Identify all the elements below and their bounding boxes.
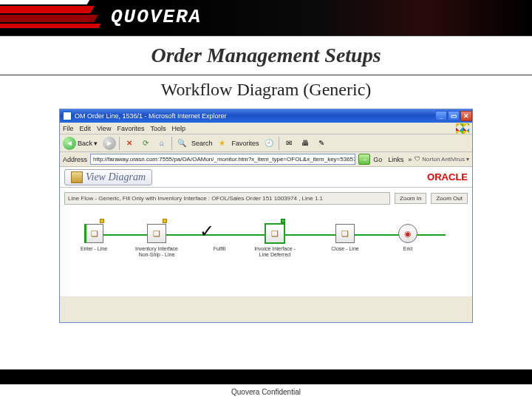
ie-menubar: File Edit View Favorites Tools Help [60, 123, 472, 134]
address-label: Address [63, 156, 87, 163]
back-icon: ◄ [63, 137, 76, 150]
norton-antivirus[interactable]: 🛡 Norton AntiVirus ▾ [415, 156, 469, 163]
oracle-logo: ORACLE [427, 171, 468, 183]
menu-edit[interactable]: Edit [80, 125, 92, 132]
refresh-button[interactable]: ⟳ [139, 137, 152, 150]
ie-toolbar: ◄ Back ▾ ► ✕ ⟳ ⌂ 🔍 Search ★ Favorites 🕘 … [60, 134, 472, 152]
menu-view[interactable]: View [97, 125, 111, 132]
activity-icon: ❏ [335, 224, 355, 243]
menu-favorites[interactable]: Favorites [117, 125, 144, 132]
ie-window-title: OM Order Line, 1536/1 - Microsoft Intern… [75, 112, 227, 120]
ie-titlebar: OM Order Line, 1536/1 - Microsoft Intern… [60, 109, 472, 123]
windows-flag-icon [456, 123, 469, 134]
back-label: Back [78, 140, 92, 147]
slide-subtitle: Workflow Diagram (Generic) [0, 75, 532, 104]
oracle-header: View Diagram ORACLE [60, 167, 472, 188]
slide-title: Order Management Setups [0, 35, 532, 75]
footer-text: Quovera Confidential [231, 388, 301, 396]
forward-button[interactable]: ► [103, 137, 116, 150]
maximize-button[interactable]: ▭ [448, 111, 460, 121]
links-label[interactable]: Links [388, 156, 403, 163]
menu-help[interactable]: Help [171, 125, 185, 132]
search-icon[interactable]: 🔍 [175, 137, 188, 150]
diagram-area: Line Flow - Generic, Fill Only with Inve… [60, 188, 472, 296]
separator [171, 137, 172, 150]
address-input[interactable]: http://faraway.orasn.com:7555/pa/OA/OAMo… [90, 154, 355, 165]
separator [279, 137, 279, 150]
view-diagram-label: View Diagram [86, 171, 146, 183]
go-label: Go [373, 156, 382, 163]
norton-label: Norton AntiVirus [422, 156, 465, 163]
window-controls: _ ▭ ✕ [434, 111, 472, 121]
flow-node-end[interactable]: ◉ End [386, 224, 430, 252]
diagram-topbar: Line Flow - Generic, Fill Only with Inve… [64, 192, 468, 205]
workflow-flow: ❏ Enter - Line ❏ Inventory Interface Non… [64, 218, 468, 292]
zoom-in-button[interactable]: Zoom In [395, 193, 426, 204]
banner-accent [0, 0, 89, 35]
favorites-label[interactable]: Favorites [232, 140, 259, 147]
end-icon: ◉ [398, 224, 417, 243]
diagram-icon [71, 171, 83, 183]
node-label: End [386, 246, 430, 252]
node-label: Invoice Interface - Line Deferred [253, 246, 297, 257]
brand-logo: QUOVERA [111, 6, 202, 28]
menu-tools[interactable]: Tools [150, 125, 166, 132]
node-label: Enter - Line [72, 246, 116, 252]
activity-icon: ❏ [147, 224, 166, 243]
history-button[interactable]: 🕘 [262, 137, 276, 150]
search-label[interactable]: Search [191, 140, 213, 147]
activity-icon: ❏ [265, 224, 284, 243]
go-button[interactable]: → [358, 154, 370, 165]
flow-node-close[interactable]: ❏ Close - Line [323, 224, 367, 252]
black-strip [0, 369, 532, 384]
view-diagram-button[interactable]: View Diagram [64, 169, 152, 185]
ie-address-bar: Address http://faraway.orasn.com:7555/pa… [60, 152, 472, 167]
stop-button[interactable]: ✕ [123, 137, 136, 150]
dropdown-icon: ▾ [94, 140, 98, 147]
flow-node-inventory[interactable]: ❏ Inventory Interface Non-Ship - Line [134, 224, 179, 257]
address-url: http://faraway.orasn.com:7555/pa/OA/OAMo… [93, 156, 355, 163]
node-label: Fulfill [197, 246, 242, 252]
menu-file[interactable]: File [63, 125, 74, 132]
brand-banner: QUOVERA [0, 0, 532, 35]
ie-app-icon [63, 112, 72, 120]
close-button[interactable]: ✕ [460, 111, 472, 121]
node-label: Inventory Interface Non-Ship - Line [134, 246, 179, 257]
flow-node-invoice[interactable]: ❏ Invoice Interface - Line Deferred [253, 224, 297, 257]
back-button[interactable]: ◄ Back ▾ [63, 137, 100, 150]
edit-button[interactable]: ✎ [315, 137, 328, 150]
print-button[interactable]: 🖶 [299, 137, 312, 150]
activity-icon: ❏ [84, 224, 103, 243]
diagram-description: Line Flow - Generic, Fill Only with Inve… [64, 192, 390, 205]
zoom-out-button[interactable]: Zoom Out [431, 193, 468, 204]
ie-window: OM Order Line, 1536/1 - Microsoft Intern… [59, 109, 473, 323]
footer: Quovera Confidential [0, 384, 532, 399]
minimize-button[interactable]: _ [435, 111, 447, 121]
favorites-icon[interactable]: ★ [216, 137, 229, 150]
shield-icon: 🛡 [415, 156, 420, 163]
home-button[interactable]: ⌂ [155, 137, 168, 150]
flow-node-fulfill[interactable]: Fulfill [197, 224, 242, 252]
separator [119, 137, 120, 150]
mail-button[interactable]: ✉ [282, 137, 296, 150]
flow-node-enter[interactable]: ❏ Enter - Line [72, 224, 116, 252]
node-label: Close - Line [323, 246, 367, 252]
